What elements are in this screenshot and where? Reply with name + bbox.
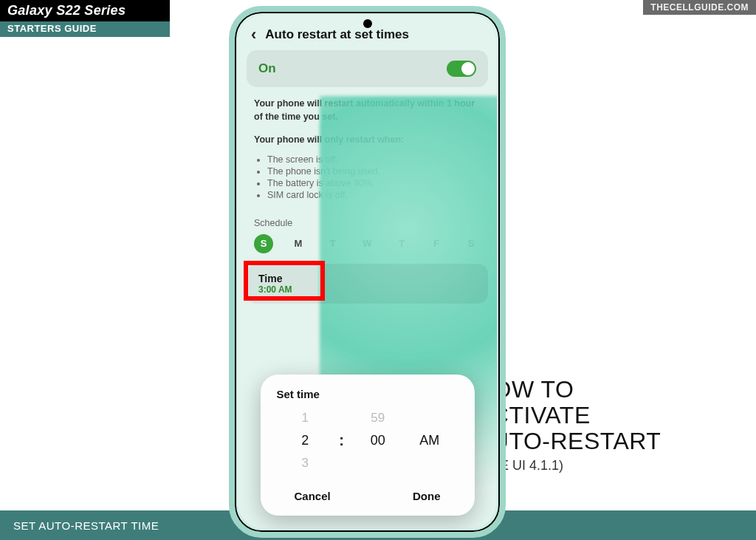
screen-title: Auto restart at set times	[265, 27, 409, 42]
ampm-selected: AM	[419, 433, 439, 448]
condition-item: The phone isn't being used.	[267, 166, 481, 177]
site-watermark: THECELLGUIDE.COM	[643, 0, 756, 15]
condition-item: The screen is off.	[267, 154, 481, 165]
time-value: 3:00 AM	[258, 284, 476, 295]
phone-screen: ‹ Auto restart at set times On Your phon…	[238, 15, 497, 529]
minute-wheel[interactable]: 59 00	[360, 411, 396, 471]
badge-title: Galaxy S22 Series	[0, 0, 170, 21]
hour-prev: 1	[301, 411, 308, 425]
master-toggle-switch[interactable]	[447, 61, 476, 77]
day-sunday[interactable]: S	[254, 234, 273, 253]
cancel-button[interactable]: Cancel	[277, 487, 348, 505]
day-saturday[interactable]: S	[461, 234, 481, 253]
series-badge: Galaxy S22 Series STARTERS GUIDE	[0, 0, 170, 37]
minute-selected: 00	[371, 433, 385, 448]
day-thursday[interactable]: T	[392, 234, 411, 253]
time-wheel[interactable]: 1 2 3 : 59 00 AM	[277, 411, 458, 471]
day-wednesday[interactable]: W	[357, 234, 377, 253]
hour-wheel[interactable]: 1 2 3	[287, 411, 323, 471]
day-monday[interactable]: M	[289, 234, 308, 253]
done-button[interactable]: Done	[395, 487, 458, 505]
condition-item: SIM card lock is off.	[267, 190, 481, 200]
day-friday[interactable]: F	[427, 234, 446, 253]
badge-subtitle: STARTERS GUIDE	[0, 21, 170, 37]
time-colon: :	[339, 432, 344, 449]
screen-titlebar: ‹ Auto restart at set times	[238, 15, 497, 50]
master-toggle-row[interactable]: On	[247, 50, 488, 87]
description-2: Your phone will only restart when:	[238, 126, 497, 150]
master-toggle-label: On	[258, 61, 276, 76]
ampm-wheel[interactable]: AM	[412, 411, 447, 471]
description-1: Your phone will restart automatically wi…	[238, 87, 497, 126]
hour-selected: 2	[301, 433, 309, 448]
back-icon[interactable]: ‹	[251, 27, 256, 43]
day-tuesday[interactable]: T	[323, 234, 343, 253]
schedule-heading: Schedule	[238, 209, 497, 234]
condition-item: The battery is above 30%.	[267, 178, 481, 188]
restart-conditions: The screen is off. The phone isn't being…	[238, 150, 497, 209]
set-time-popup: Set time 1 2 3 : 59 00 AM	[261, 375, 475, 516]
hour-next: 3	[301, 456, 308, 471]
day-picker: S M T W T F S	[238, 234, 497, 264]
minute-next	[376, 456, 379, 471]
time-row[interactable]: Time 3:00 AM	[247, 264, 488, 304]
minute-prev: 59	[371, 411, 385, 425]
phone-frame: ‹ Auto restart at set times On Your phon…	[229, 6, 506, 538]
popup-title: Set time	[277, 388, 458, 400]
time-label: Time	[258, 273, 476, 284]
footer-caption-text: SET AUTO-RESTART TIME	[13, 519, 159, 532]
